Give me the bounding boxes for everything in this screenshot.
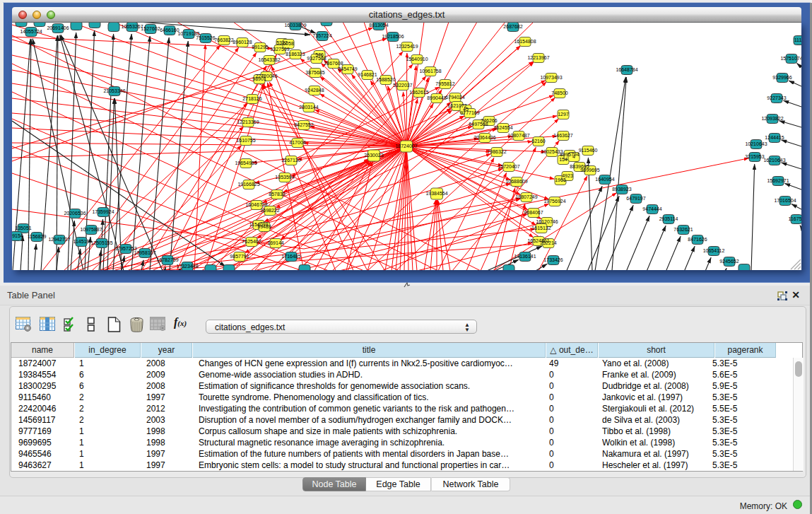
svg-text:9329966: 9329966	[772, 75, 792, 80]
svg-text:6479197: 6479197	[626, 196, 645, 201]
svg-text:8960128: 8960128	[233, 40, 252, 45]
svg-text:14055724: 14055724	[20, 29, 42, 34]
svg-text:9242848: 9242848	[305, 88, 324, 93]
svg-text:15751074: 15751074	[780, 56, 801, 61]
svg-text:16046738: 16046738	[245, 202, 267, 207]
svg-text:1244415: 1244415	[765, 135, 784, 140]
svg-text:17359924: 17359924	[92, 209, 114, 214]
svg-text:10654112: 10654112	[703, 248, 725, 253]
svg-text:1965: 1965	[555, 177, 566, 182]
svg-text:116753: 116753	[789, 216, 801, 221]
svg-text:18807249: 18807249	[515, 194, 537, 199]
svg-text:1112: 1112	[794, 37, 801, 42]
svg-text:3215953: 3215953	[745, 154, 764, 159]
svg-text:3875685: 3875685	[305, 70, 324, 75]
svg-text:9084067: 9084067	[524, 210, 543, 215]
svg-text:2718126: 2718126	[242, 96, 261, 101]
svg-text:19218506: 19218506	[382, 34, 404, 39]
svg-text:891295: 891295	[252, 45, 268, 49]
svg-text:2687682: 2687682	[503, 24, 522, 29]
svg-text:7955812: 7955812	[435, 81, 454, 86]
svg-text:16154808: 16154808	[514, 39, 536, 44]
svg-text:7357224: 7357224	[312, 33, 331, 38]
svg-text:6466160: 6466160	[160, 28, 179, 33]
svg-text:10961758: 10961758	[419, 69, 441, 74]
svg-text:1610755: 1610755	[236, 138, 255, 143]
svg-text:9777169: 9777169	[460, 110, 479, 115]
svg-text:1527602: 1527602	[141, 26, 160, 31]
svg-text:169144: 169144	[267, 240, 283, 245]
svg-text:9227343: 9227343	[767, 95, 786, 100]
svg-text:1362615: 1362615	[409, 90, 428, 95]
svg-text:1733426: 1733426	[543, 257, 563, 262]
svg-text:114519: 114519	[73, 239, 90, 244]
svg-text:7625402: 7625402	[242, 239, 261, 244]
svg-text:12325419: 12325419	[396, 44, 418, 49]
svg-text:9474444: 9474444	[642, 206, 661, 211]
svg-text:16782759: 16782759	[156, 257, 178, 262]
svg-text:12942737: 12942737	[48, 237, 70, 242]
svg-text:7986322: 7986322	[487, 149, 506, 154]
svg-text:14136141: 14136141	[514, 254, 536, 259]
svg-text:9327508: 9327508	[307, 56, 326, 61]
svg-text:1156829: 1156829	[28, 234, 47, 239]
svg-text:21053346: 21053346	[103, 88, 125, 93]
svg-text:9245652: 9245652	[719, 259, 739, 264]
svg-text:1353594: 1353594	[275, 175, 294, 180]
svg-text:16648784: 16648784	[616, 67, 637, 72]
svg-text:5322037: 5322037	[393, 83, 412, 88]
svg-text:9115460: 9115460	[579, 148, 598, 153]
svg-text:8938923: 8938923	[612, 187, 631, 192]
svg-text:12213369: 12213369	[237, 119, 259, 124]
svg-text:62160: 62160	[531, 139, 546, 144]
svg-text:8813054: 8813054	[369, 23, 388, 28]
svg-text:857833: 857833	[269, 192, 285, 197]
svg-text:8995794: 8995794	[560, 152, 579, 157]
svg-text:19166825: 19166825	[237, 182, 259, 187]
svg-text:8427552: 8427552	[294, 122, 313, 127]
svg-text:9146821: 9146821	[358, 72, 377, 77]
svg-text:8839695: 8839695	[570, 164, 589, 169]
svg-text:9327509: 9327509	[270, 47, 289, 52]
svg-text:12093822: 12093822	[761, 116, 783, 121]
svg-text:4923: 4923	[562, 173, 573, 178]
svg-text:7632621: 7632621	[673, 227, 693, 232]
svg-text:2867608: 2867608	[324, 61, 343, 66]
svg-text:98901: 98901	[252, 76, 266, 81]
svg-text:10975887: 10975887	[80, 227, 102, 232]
svg-text:1297: 1297	[558, 112, 569, 117]
svg-text:1716485: 1716485	[281, 254, 300, 259]
svg-text:2803144: 2803144	[299, 105, 318, 110]
svg-text:3267130: 3267130	[281, 158, 300, 163]
svg-text:16543382: 16543382	[258, 57, 280, 62]
svg-text:19654985: 19654985	[235, 160, 257, 165]
svg-text:9857791: 9857791	[230, 254, 249, 259]
svg-text:16210643: 16210643	[763, 158, 785, 163]
svg-text:15692971: 15692971	[767, 178, 789, 183]
svg-text:2935114: 2935114	[659, 216, 678, 221]
svg-text:10653267: 10653267	[121, 24, 143, 29]
svg-text:1640954: 1640954	[595, 177, 614, 182]
svg-text:99489: 99489	[257, 224, 271, 229]
svg-text:19384554: 19384554	[425, 191, 447, 196]
svg-text:17323448: 17323448	[176, 264, 198, 269]
svg-text:8186323: 8186323	[286, 52, 305, 57]
svg-text:8471626: 8471626	[688, 237, 707, 242]
svg-text:417004: 417004	[289, 140, 305, 145]
svg-text:17016504: 17016504	[774, 198, 796, 203]
svg-text:3698222: 3698222	[260, 208, 279, 213]
svg-text:6497568: 6497568	[469, 122, 488, 127]
svg-text:39154: 39154	[12, 233, 23, 238]
svg-text:8454749: 8454749	[338, 66, 357, 71]
svg-text:20206536: 20206536	[64, 211, 86, 216]
svg-text:154: 154	[559, 157, 567, 162]
svg-text:1588520: 1588520	[376, 77, 395, 82]
svg-text:10958107: 10958107	[134, 250, 155, 255]
svg-text:16120746: 16120746	[536, 219, 558, 224]
svg-text:10210643: 10210643	[745, 141, 767, 146]
svg-text:7663822: 7663822	[214, 37, 233, 42]
svg-text:19756924: 19756924	[543, 199, 565, 204]
svg-text:1463627: 1463627	[553, 133, 572, 138]
svg-text:7515526: 7515526	[196, 35, 215, 40]
svg-text:12505155: 12505155	[90, 240, 112, 245]
